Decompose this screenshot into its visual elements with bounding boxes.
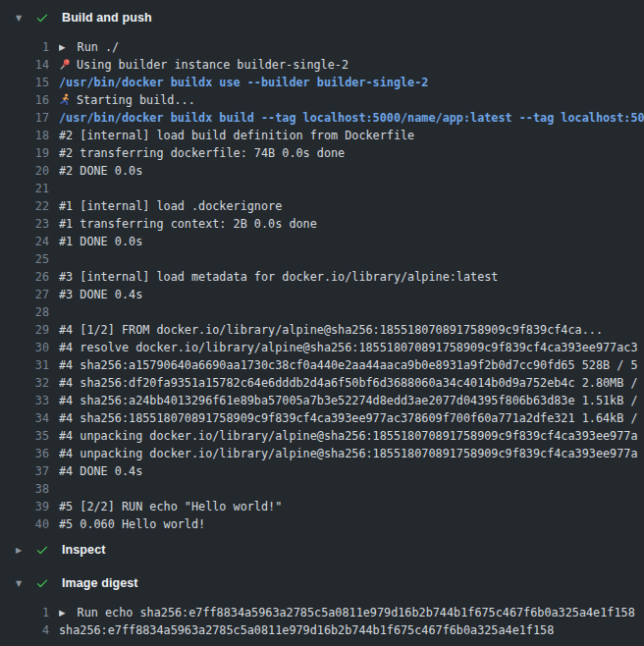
log-line: 1 ▶Run echo sha256:e7ff8834a5963a2785c5a…	[0, 604, 644, 621]
step-header[interactable]: ▶ Inspect	[0, 540, 644, 560]
log-line: 26 #3 [internal] load metadata for docke…	[0, 268, 644, 286]
line-text: sha256:e7ff8834a5963a2785c5a0811e979d16b…	[59, 621, 644, 639]
line-number[interactable]: 27	[0, 286, 49, 303]
line-text: #4 sha256:a15790640a6690aa1730c38cf0a440…	[59, 356, 644, 374]
line-text	[59, 250, 644, 268]
log-line: 16 Starting build...	[0, 91, 644, 109]
log-line: 4 sha256:e7ff8834a5963a2785c5a0811e979d1…	[0, 621, 644, 639]
line-text: #1 [internal] load .dockerignore	[59, 197, 644, 215]
log-line: 1 ▶Run ./	[0, 38, 644, 56]
line-text: #5 [2/2] RUN echo "Hello world!"	[59, 498, 644, 515]
log-line: 31 #4 sha256:a15790640a6690aa1730c38cf0a…	[0, 356, 644, 374]
log-line: 17 /usr/bin/docker buildx build --tag lo…	[0, 109, 644, 127]
success-check-icon	[35, 11, 49, 25]
line-number[interactable]: 21	[0, 180, 49, 197]
line-number[interactable]: 33	[0, 392, 49, 409]
line-number[interactable]: 24	[0, 233, 49, 250]
line-text: /usr/bin/docker buildx use --builder bui…	[59, 74, 644, 91]
line-number[interactable]: 23	[0, 215, 49, 233]
log-line: 39 #5 [2/2] RUN echo "Hello world!"	[0, 498, 644, 515]
line-number[interactable]: 25	[0, 250, 49, 268]
line-text	[59, 480, 644, 498]
line-number[interactable]: 15	[0, 74, 49, 91]
line-text: #4 resolve docker.io/library/alpine@sha2…	[59, 339, 644, 356]
line-number[interactable]: 1	[0, 38, 49, 56]
log-line: 19 #2 transferring dockerfile: 74B 0.0s …	[0, 144, 644, 162]
log-line: 14 Using builder instance builder-single…	[0, 56, 644, 74]
log-line: 27 #3 DONE 0.4s	[0, 286, 644, 303]
line-number[interactable]: 14	[0, 56, 49, 74]
toggle-chevron-icon[interactable]: ▼	[13, 14, 25, 23]
line-number[interactable]: 38	[0, 480, 49, 498]
log-line: 35 #4 unpacking docker.io/library/alpine…	[0, 427, 644, 445]
line-text: Using builder instance builder-single-2	[59, 56, 644, 74]
log-line: 20 #2 DONE 0.0s	[0, 162, 644, 180]
success-check-icon	[35, 543, 49, 557]
log-line: 37 #4 DONE 0.4s	[0, 462, 644, 480]
line-text: #3 DONE 0.4s	[59, 286, 644, 303]
log-lines: 1 ▶Run ./ 14 Using builder instance buil…	[0, 38, 644, 533]
line-number[interactable]: 16	[0, 91, 49, 109]
line-text: Starting build...	[59, 91, 644, 109]
log-line: 23 #1 transferring context: 2B 0.0s done	[0, 215, 644, 233]
line-number[interactable]: 19	[0, 144, 49, 162]
toggle-chevron-icon[interactable]: ▶	[13, 546, 25, 555]
line-number[interactable]: 39	[0, 498, 49, 515]
line-number[interactable]: 1	[0, 604, 49, 621]
log-line: 21	[0, 180, 644, 197]
step-title: Image digest	[62, 576, 138, 590]
log-line: 33 #4 sha256:a24bb4013296f61e89ba57005a7…	[0, 392, 644, 409]
line-number[interactable]: 31	[0, 356, 49, 374]
pushpin-icon	[59, 58, 71, 71]
line-text: #4 [1/2] FROM docker.io/library/alpine@s…	[59, 321, 644, 339]
line-text	[59, 303, 644, 321]
group-chevron-icon[interactable]: ▶	[59, 38, 66, 56]
line-text: /usr/bin/docker buildx build --tag local…	[59, 109, 644, 127]
log-line: 18 #2 [internal] load build definition f…	[0, 127, 644, 144]
step-section-build-and-push: ▼ Build and push 1 ▶Run ./ 14 Using buil…	[0, 8, 644, 533]
line-number[interactable]: 29	[0, 321, 49, 339]
line-number[interactable]: 35	[0, 427, 49, 445]
log-line: 32 #4 sha256:df20fa9351a15782c64e6dddb2d…	[0, 374, 644, 392]
log-line: 29 #4 [1/2] FROM docker.io/library/alpin…	[0, 321, 644, 339]
line-text: #4 DONE 0.4s	[59, 462, 644, 480]
line-text: #3 [internal] load metadata for docker.i…	[59, 268, 644, 286]
runner-icon	[59, 93, 71, 106]
line-number[interactable]: 22	[0, 197, 49, 215]
line-text: #4 sha256:a24bb4013296f61e89ba57005a7b3e…	[59, 392, 644, 409]
line-number[interactable]: 40	[0, 515, 49, 533]
success-check-icon	[35, 576, 49, 590]
line-number[interactable]: 4	[0, 621, 49, 639]
line-number[interactable]: 32	[0, 374, 49, 392]
log-line: 38	[0, 480, 644, 498]
line-text: #2 transferring dockerfile: 74B 0.0s don…	[59, 144, 644, 162]
log-line: 15 /usr/bin/docker buildx use --builder …	[0, 74, 644, 91]
log-lines: 1 ▶Run echo sha256:e7ff8834a5963a2785c5a…	[0, 604, 644, 639]
line-number[interactable]: 37	[0, 462, 49, 480]
line-number[interactable]: 17	[0, 109, 49, 127]
log-line: 40 #5 0.060 Hello world!	[0, 515, 644, 533]
line-text: #4 sha256:185518070891758909c9f839cf4ca3…	[59, 409, 644, 427]
line-text: #1 transferring context: 2B 0.0s done	[59, 215, 644, 233]
log-line: 22 #1 [internal] load .dockerignore	[0, 197, 644, 215]
log-line: 28	[0, 303, 644, 321]
line-number[interactable]: 28	[0, 303, 49, 321]
group-chevron-icon[interactable]: ▶	[59, 604, 66, 621]
line-number[interactable]: 18	[0, 127, 49, 144]
step-header[interactable]: ▼ Image digest	[0, 573, 644, 593]
line-number[interactable]: 34	[0, 409, 49, 427]
line-text: #4 unpacking docker.io/library/alpine@sh…	[59, 427, 644, 445]
line-number[interactable]: 20	[0, 162, 49, 180]
line-text: #4 unpacking docker.io/library/alpine@sh…	[59, 445, 644, 462]
line-text: ▶Run ./	[59, 38, 644, 56]
log-line: 36 #4 unpacking docker.io/library/alpine…	[0, 445, 644, 462]
line-number[interactable]: 36	[0, 445, 49, 462]
toggle-chevron-icon[interactable]: ▼	[13, 579, 25, 588]
line-text: #4 sha256:df20fa9351a15782c64e6dddb2d4a6…	[59, 374, 644, 392]
line-number[interactable]: 30	[0, 339, 49, 356]
line-text: #1 DONE 0.0s	[59, 233, 644, 250]
step-header[interactable]: ▼ Build and push	[0, 8, 644, 27]
line-number[interactable]: 26	[0, 268, 49, 286]
step-title: Inspect	[62, 543, 105, 557]
step-section-inspect: ▶ Inspect	[0, 540, 644, 560]
